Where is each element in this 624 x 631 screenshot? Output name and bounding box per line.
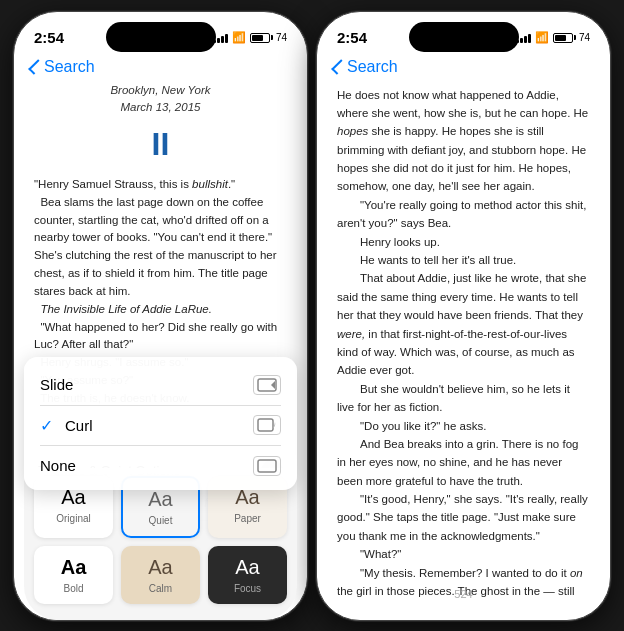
theme-grid: Aa Original Aa Quiet Aa Paper Aa Bold Aa…	[24, 468, 297, 620]
theme-quiet-aa: Aa	[148, 488, 172, 511]
curl-icon	[253, 415, 281, 435]
battery-icon-left: 74	[250, 32, 287, 43]
book-location: Brooklyn, New York March 13, 2015	[34, 82, 287, 117]
theme-paper-label: Paper	[234, 513, 261, 524]
status-icons-right: 📶 74	[516, 31, 590, 44]
theme-focus-aa: Aa	[235, 556, 259, 579]
slide-icon	[253, 375, 281, 395]
checkmark-icon: ✓	[40, 416, 53, 435]
slide-option-1[interactable]: Slide	[24, 365, 297, 405]
svg-rect-1	[258, 419, 273, 431]
status-icons-left: 📶 74	[213, 31, 287, 44]
battery-icon-right: 74	[553, 32, 590, 43]
chevron-left-icon-right	[331, 59, 347, 75]
theme-calm-aa: Aa	[148, 556, 172, 579]
svg-rect-2	[258, 460, 276, 472]
dynamic-island-left	[106, 22, 216, 52]
wifi-icon-left: 📶	[232, 31, 246, 44]
theme-quiet-label: Quiet	[149, 515, 173, 526]
theme-focus[interactable]: Aa Focus	[208, 546, 287, 604]
time-left: 2:54	[34, 29, 64, 46]
phones-container: 2:54 📶 74 Search	[13, 11, 611, 621]
none-icon	[253, 456, 281, 476]
chevron-left-icon	[28, 59, 44, 75]
theme-original-label: Original	[56, 513, 90, 524]
back-button-right[interactable]: Search	[333, 58, 398, 76]
theme-bold-aa: Aa	[61, 556, 87, 579]
slide-label: Slide	[40, 376, 73, 393]
theme-bold[interactable]: Aa Bold	[34, 546, 113, 604]
wifi-icon-right: 📶	[535, 31, 549, 44]
curl-label: Curl	[65, 417, 93, 434]
theme-focus-label: Focus	[234, 583, 261, 594]
top-nav-left[interactable]: Search	[14, 56, 307, 82]
back-label-left: Search	[44, 58, 95, 76]
back-label-right: Search	[347, 58, 398, 76]
dynamic-island-right	[409, 22, 519, 52]
book-content-right: He does not know what happened to Addie,…	[317, 82, 610, 602]
none-option[interactable]: None	[24, 446, 297, 486]
right-phone: 2:54 📶 74 Search	[316, 11, 611, 621]
none-label: None	[40, 457, 76, 474]
time-right: 2:54	[337, 29, 367, 46]
theme-bold-label: Bold	[63, 583, 83, 594]
top-nav-right[interactable]: Search	[317, 56, 610, 82]
curl-option[interactable]: ✓ Curl	[24, 405, 297, 445]
slide-panel: Slide ✓ Curl None	[24, 357, 297, 490]
page-number: 524	[317, 588, 610, 600]
chapter-number: II	[34, 120, 287, 168]
theme-calm-label: Calm	[149, 583, 172, 594]
theme-calm[interactable]: Aa Calm	[121, 546, 200, 604]
back-button-left[interactable]: Search	[30, 58, 95, 76]
left-phone: 2:54 📶 74 Search	[13, 11, 308, 621]
